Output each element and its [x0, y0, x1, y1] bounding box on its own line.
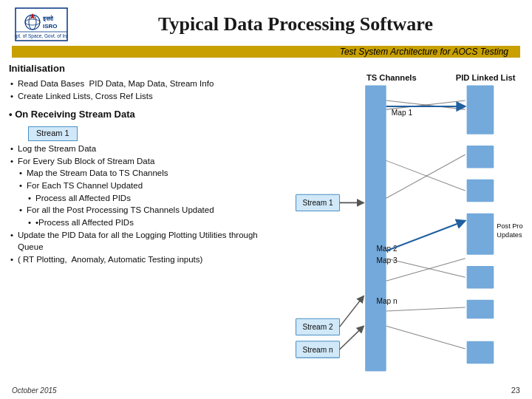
process-pids: Process all Affected PIDs — [9, 192, 269, 205]
main-title: Typical Data Processing Software — [71, 13, 520, 35]
svg-point-3 — [25, 19, 40, 25]
mapn-label: Map n — [376, 297, 397, 305]
stream1-badge-container: Stream 1 — [19, 123, 269, 143]
title-area: Typical Data Processing Software — [71, 13, 520, 35]
post-processing-label: Post Processing — [497, 222, 523, 230]
pid-linked-list-label: PID Linked List — [456, 73, 516, 82]
svg-line-19 — [340, 296, 364, 327]
svg-line-23 — [386, 154, 466, 198]
svg-line-27 — [386, 307, 466, 311]
init-list: Read Data Bases PID Data, Map Data, Stre… — [9, 78, 269, 102]
stream2-text: Stream 2 — [302, 323, 333, 331]
rt-plotting: ( RT Plotting, Anomaly, Automatic Testin… — [9, 253, 269, 266]
header: इसरो ISRO Dept. of Space, Govt. of India… — [0, 0, 532, 46]
for-all-post: For all the Post Processing TS Channels … — [9, 204, 269, 216]
diagram-svg: TS Channels PID Linked List Map 1 Map 2 … — [275, 62, 523, 395]
log-stream: Log the Stream Data — [9, 143, 269, 155]
svg-line-28 — [386, 326, 466, 349]
update-pid: Update the PID Data for all the Logging … — [9, 229, 269, 253]
svg-rect-15 — [467, 300, 494, 318]
svg-rect-11 — [467, 146, 494, 168]
content-area: Initialisation Read Data Bases PID Data,… — [0, 58, 532, 398]
footer-date: October 2015 — [12, 386, 57, 395]
svg-line-25 — [386, 259, 466, 277]
isro-logo: इसरो ISRO Dept. of Space, Govt. of India — [15, 7, 68, 41]
svg-rect-9 — [365, 86, 386, 372]
subtitle-bar: Test System Architecture for AOCS Testin… — [12, 46, 520, 58]
svg-rect-13 — [467, 214, 494, 255]
left-column: Initialisation Read Data Bases PID Data,… — [9, 62, 275, 395]
svg-rect-10 — [467, 86, 494, 134]
stream-info-text: Stream Info — [170, 79, 214, 88]
on-receiving-title: • On Receiving Stream Data — [9, 108, 269, 122]
svg-text:इसरो: इसरो — [42, 15, 54, 22]
svg-rect-12 — [467, 180, 494, 202]
page-number: 23 — [511, 386, 520, 395]
init-title: Initialisation — [9, 62, 269, 76]
map1-label: Map 1 — [392, 109, 413, 117]
svg-line-20 — [340, 326, 364, 349]
stream1-text: Stream 1 — [302, 199, 333, 207]
svg-text:Dept. of Space, Govt. of India: Dept. of Space, Govt. of India — [15, 33, 68, 39]
receiving-list: Log the Stream Data For Every Sub Block … — [9, 143, 269, 266]
svg-line-30 — [386, 221, 466, 251]
for-every-sub: For Every Sub Block of Stream Data — [9, 155, 269, 168]
stream1-badge: Stream 1 — [28, 126, 78, 141]
svg-marker-4 — [30, 13, 35, 19]
streamn-text: Stream n — [302, 346, 332, 354]
map-stream: Map the Stream Data to TS Channels — [9, 167, 269, 180]
init-item-2: Create Linked Lists, Cross Ref Lists — [9, 90, 269, 103]
svg-rect-14 — [467, 266, 494, 289]
svg-rect-16 — [467, 341, 494, 364]
ts-channels-label: TS Channels — [366, 73, 417, 82]
svg-line-24 — [386, 160, 466, 191]
for-each-ts: For Each TS Channel Updated — [9, 180, 269, 192]
right-column: TS Channels PID Linked List Map 1 Map 2 … — [275, 62, 523, 395]
logo-area: इसरो ISRO Dept. of Space, Govt. of India — [12, 6, 71, 43]
process-pids-2: •Process all Affected PIDs — [9, 216, 269, 229]
svg-text:Updates: Updates — [497, 231, 522, 239]
init-item-1: Read Data Bases PID Data, Map Data, Stre… — [9, 78, 269, 90]
svg-line-26 — [386, 259, 466, 282]
svg-text:ISRO: ISRO — [43, 23, 58, 30]
